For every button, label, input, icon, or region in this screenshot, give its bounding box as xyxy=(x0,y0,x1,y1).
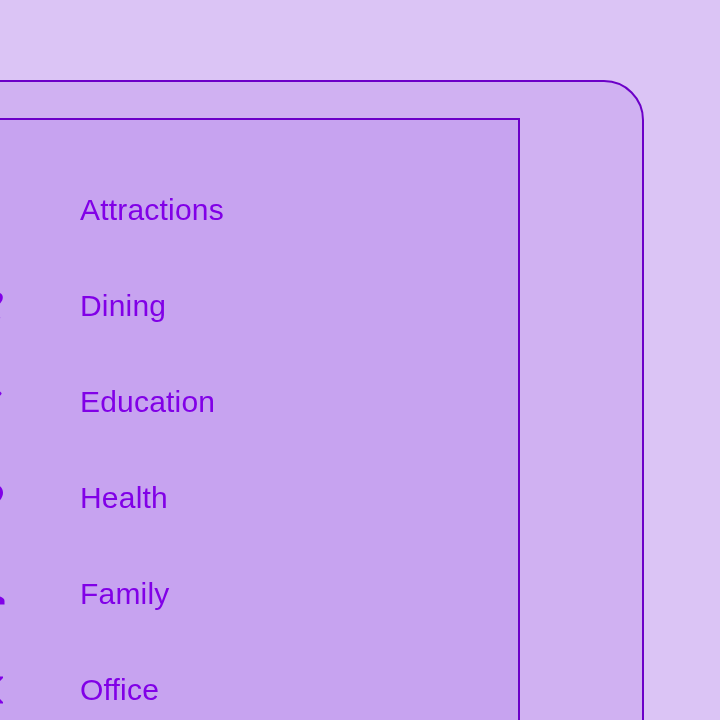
menu-item-label: Dining xyxy=(80,289,166,323)
menu-item-label: Education xyxy=(80,385,215,419)
inner-panel: Attractions Dining Education Health xyxy=(0,118,520,720)
dining-icon xyxy=(0,286,8,326)
menu-item-label: Family xyxy=(80,577,170,611)
menu-item-family[interactable]: Family xyxy=(0,546,518,642)
menu-item-office[interactable]: Office xyxy=(0,642,518,720)
heart-icon xyxy=(0,478,8,518)
family-icon xyxy=(0,574,8,614)
film-icon xyxy=(0,190,8,230)
menu-item-education[interactable]: Education xyxy=(0,354,518,450)
scissors-icon xyxy=(0,670,8,710)
menu-item-attractions[interactable]: Attractions xyxy=(0,162,518,258)
category-menu: Attractions Dining Education Health xyxy=(0,162,518,720)
outer-panel: Attractions Dining Education Health xyxy=(0,80,644,720)
menu-item-health[interactable]: Health xyxy=(0,450,518,546)
menu-item-label: Office xyxy=(80,673,159,707)
menu-item-label: Attractions xyxy=(80,193,224,227)
menu-item-label: Health xyxy=(80,481,168,515)
pencil-icon xyxy=(0,382,8,422)
menu-item-dining[interactable]: Dining xyxy=(0,258,518,354)
